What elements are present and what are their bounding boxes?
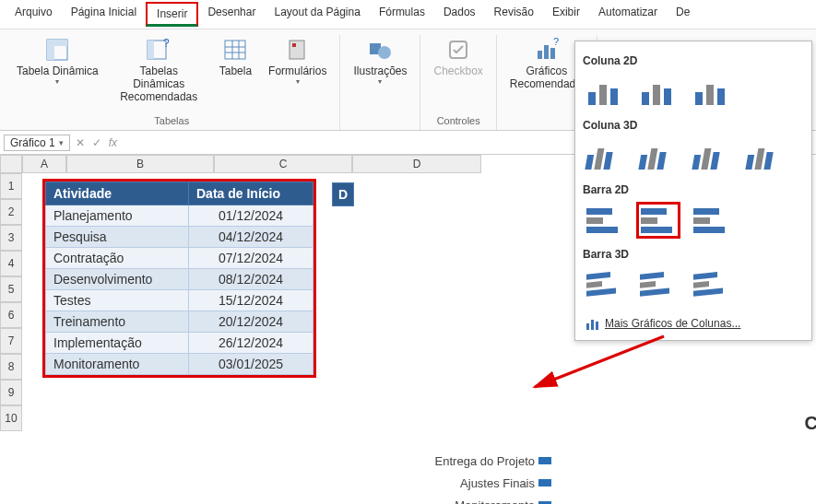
chart-type-thumb[interactable] [743, 137, 787, 174]
svg-rect-30 [599, 85, 607, 105]
chart-type-thumb[interactable] [636, 202, 680, 239]
cell-data: 01/12/2024 [189, 205, 313, 227]
more-column-charts-link[interactable]: Mais Gráficos de Colunas... [583, 312, 804, 334]
row-header[interactable]: 1 [0, 173, 22, 199]
menu-tab-desenhar[interactable]: Desenhar [198, 2, 265, 27]
ribbon-group-controles: Checkbox Controles [420, 35, 496, 130]
recommended-pivot-button[interactable]: ? Tabelas Dinâmicas Recomendadas [110, 35, 208, 105]
forms-button[interactable]: Formulários ▾ [263, 35, 332, 105]
label: Gráficos Recomendados [510, 64, 584, 90]
table-row[interactable]: Implementação26/12/2024 [46, 333, 313, 354]
row-header[interactable]: 3 [0, 225, 22, 251]
svg-rect-67 [693, 287, 723, 296]
ribbon-group-tabelas: Tabela Dinâmica ▾ ? Tabelas Dinâmicas Re… [4, 35, 340, 130]
menu-tab-dados[interactable]: Dados [434, 2, 485, 27]
checkbox-icon [445, 37, 471, 63]
chart-category-row: Monitoramento [396, 494, 551, 504]
cancel-icon: ✕ [76, 136, 85, 149]
menu-tab-inserir[interactable]: Inserir [146, 2, 198, 27]
recommended-pivot-icon: ? [146, 37, 171, 63]
chart-type-thumb[interactable] [690, 202, 734, 239]
table-row[interactable]: Contratação07/12/2024 [46, 248, 313, 269]
illustrations-button[interactable]: Ilustrações ▾ [348, 35, 412, 88]
chart-category-label: Ajustes Finais [396, 476, 535, 490]
chart-type-thumb[interactable] [583, 266, 627, 303]
table-row[interactable]: Testes15/12/2024 [46, 290, 313, 311]
svg-rect-70 [596, 322, 598, 330]
menu-tab-arquivo[interactable]: Arquivo [6, 2, 62, 27]
table-button[interactable]: Tabela [214, 35, 257, 105]
column-header[interactable]: B [66, 155, 214, 173]
forms-icon [285, 37, 311, 63]
chart-preview[interactable]: Entrega do ProjetoAjustes FinaisMonitora… [396, 450, 551, 504]
label: Tabela [219, 64, 252, 77]
dropdown-section-title: Barra 2D [583, 183, 804, 196]
column-header[interactable]: A [22, 155, 66, 173]
dropdown-thumb-row [583, 266, 804, 303]
table-row[interactable]: Desenvolvimento08/12/2024 [46, 269, 313, 290]
column-chart-icon [585, 316, 599, 331]
svg-rect-4 [148, 41, 154, 59]
menu-tab-de[interactable]: De [667, 2, 699, 27]
svg-rect-62 [640, 272, 664, 280]
menu-tab-página-inicial[interactable]: Página Inicial [62, 2, 146, 27]
row-header[interactable]: 5 [0, 276, 22, 302]
chart-type-thumb[interactable] [636, 266, 680, 303]
table-row[interactable]: Treinamento20/12/2024 [46, 311, 313, 333]
menu-tab-automatizar[interactable]: Automatizar [589, 2, 667, 27]
ribbon-group-ilustracoes: Ilustrações ▾ [340, 35, 420, 130]
menu-tab-fórmulas[interactable]: Fórmulas [370, 2, 434, 27]
menu-tab-exibir[interactable]: Exibir [543, 2, 589, 27]
svg-rect-68 [586, 323, 589, 330]
pivot-table-button[interactable]: Tabela Dinâmica ▾ [11, 35, 104, 105]
chart-type-thumb[interactable] [690, 266, 734, 303]
chart-type-thumb[interactable] [690, 73, 734, 110]
svg-rect-53 [641, 208, 667, 215]
chart-type-thumb[interactable] [583, 202, 627, 239]
svg-rect-6 [225, 41, 245, 59]
table-row[interactable]: Pesquisa04/12/2024 [46, 227, 313, 248]
svg-rect-2 [47, 40, 67, 46]
menu-tab-layout-da-página[interactable]: Layout da Página [265, 2, 369, 27]
row-header[interactable]: 6 [0, 302, 22, 328]
chart-type-thumb[interactable] [583, 73, 627, 110]
row-header[interactable]: 2 [0, 199, 22, 225]
checkbox-button[interactable]: Checkbox [428, 35, 488, 79]
chart-type-thumb[interactable] [690, 137, 734, 174]
svg-rect-47 [745, 155, 754, 170]
name-box-value: Gráfico 1 [10, 136, 55, 149]
name-box[interactable]: Gráfico 1 ▾ [4, 135, 70, 151]
cell-atividade: Treinamento [46, 311, 189, 333]
column-header[interactable]: D [352, 155, 481, 173]
svg-rect-56 [693, 208, 719, 215]
svg-rect-66 [693, 281, 709, 288]
svg-rect-17 [544, 45, 549, 59]
table-row[interactable]: Monitoramento03/01/2025 [46, 354, 313, 375]
chart-category-label: Entrega do Projeto [396, 454, 535, 468]
chart-type-thumb[interactable] [583, 137, 627, 174]
formula-bar[interactable]: ✕ ✓ fx [76, 136, 117, 149]
svg-rect-59 [586, 272, 610, 280]
row-header[interactable]: 9 [0, 380, 22, 405]
svg-rect-65 [693, 272, 717, 280]
table-row[interactable]: Planejamento01/12/2024 [46, 205, 313, 227]
menu-tab-revisão[interactable]: Revisão [485, 2, 543, 27]
svg-rect-35 [695, 92, 703, 105]
svg-rect-64 [640, 287, 669, 296]
svg-rect-32 [642, 92, 649, 105]
row-header[interactable]: 7 [0, 328, 22, 354]
row-header[interactable]: 4 [0, 251, 22, 276]
chart-bar [538, 457, 551, 464]
chart-type-thumb[interactable] [636, 137, 680, 174]
dropdown-thumb-row [583, 73, 804, 110]
pivot-table-icon [44, 37, 70, 63]
row-header[interactable]: 8 [0, 354, 22, 380]
column-header[interactable]: C [214, 155, 352, 173]
activity-table-selection[interactable]: Atividade Data de Início Planejamento01/… [42, 179, 316, 378]
chart-type-thumb[interactable] [636, 73, 680, 110]
insert-chart-dropdown: Coluna 2DColuna 3DBarra 2DBarra 3DMais G… [574, 41, 812, 341]
row-header[interactable]: 10 [0, 405, 22, 431]
select-all-corner[interactable] [0, 155, 22, 173]
label: Tabela Dinâmica [17, 64, 99, 77]
confirm-icon: ✓ [92, 136, 101, 149]
